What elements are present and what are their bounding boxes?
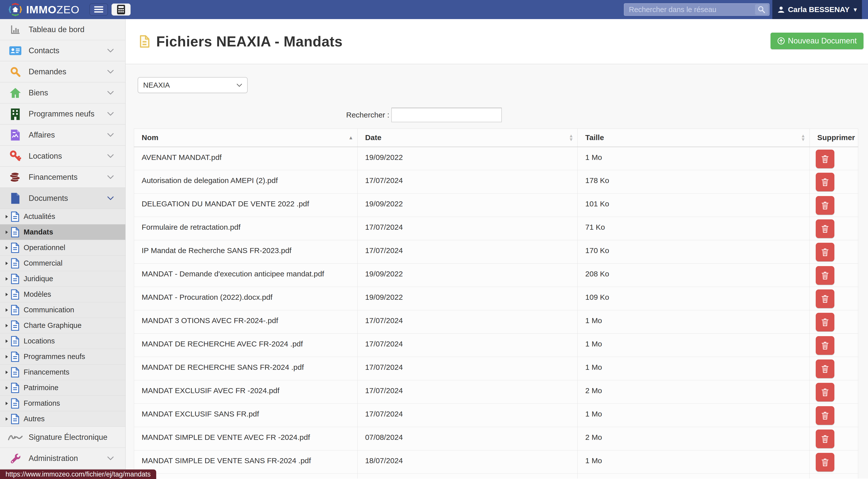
menu-toggle-button[interactable]	[89, 3, 108, 15]
file-date-cell: 17/07/2024	[358, 333, 578, 357]
file-name-cell: Autorisation de delegation AMEPI (2).pdf	[134, 170, 358, 194]
submenu-item-label: Mandats	[24, 228, 53, 236]
submenu-item-label: Modèles	[24, 290, 51, 298]
table-row: IP Mandat de Recherche SANS FR-2023.pdf1…	[134, 240, 858, 264]
sidebar-item-signature-electronique[interactable]: Signature Électronique	[0, 427, 125, 448]
delete-button[interactable]	[816, 289, 834, 308]
submenu-item-commercial[interactable]: Commercial	[0, 256, 125, 271]
submenu-item-operationnel[interactable]: Operationnel	[0, 240, 125, 256]
sidebar-item-locations[interactable]: Locations	[0, 146, 125, 167]
table-row: DELEGATION DU MANDAT DE VENTE 2022 .pdf1…	[134, 194, 858, 217]
caret-right-icon	[4, 308, 9, 312]
table-search-label: Rechercher :	[346, 111, 389, 119]
delete-button[interactable]	[816, 406, 834, 425]
sidebar-item-tableau-de-bord[interactable]: Tableau de bord	[0, 19, 125, 40]
table-search-input[interactable]	[391, 108, 502, 122]
delete-button[interactable]	[816, 219, 834, 238]
column-header-nom[interactable]: Nom▲	[134, 129, 358, 147]
caret-down-icon: ▾	[854, 6, 857, 13]
doc-outline-icon	[9, 367, 21, 378]
submenu-item-patrimoine[interactable]: Patrimoine	[0, 380, 125, 396]
network-search-input[interactable]	[624, 4, 755, 15]
sidebar-item-documents[interactable]: Documents	[0, 188, 125, 209]
table-row: MANDAT DE RECHERCHE AVEC FR-2024 .pdf17/…	[134, 333, 858, 357]
caret-right-icon	[4, 292, 9, 296]
submenu-item-programmes-neufs[interactable]: Programmes neufs	[0, 349, 125, 364]
doc-outline-icon	[9, 383, 21, 393]
sidebar-item-label: Locations	[29, 152, 103, 161]
trash-icon	[821, 411, 829, 420]
submenu-item-locations[interactable]: Locations	[0, 333, 125, 349]
brand-wordmark: IMMOZEO	[26, 3, 80, 16]
submenu-item-label: Programmes neufs	[24, 352, 85, 361]
submenu-item-modeles[interactable]: Modèles	[0, 287, 125, 302]
delete-button[interactable]	[816, 359, 834, 378]
sidebar-item-affaires[interactable]: Affaires	[0, 125, 125, 146]
sidebar-item-administration[interactable]: Administration	[0, 448, 125, 469]
submenu-item-label: Commercial	[24, 259, 63, 267]
delete-button[interactable]	[816, 429, 834, 448]
delete-button[interactable]	[816, 313, 834, 331]
new-document-button[interactable]: Nouveau Document	[771, 33, 864, 49]
submenu-item-actualites[interactable]: Actualités	[0, 209, 125, 224]
table-search-group: Rechercher :	[134, 107, 502, 123]
user-menu[interactable]: Carla BESSENAY ▾	[772, 0, 862, 19]
delete-button[interactable]	[816, 196, 834, 215]
trash-icon	[821, 271, 829, 280]
sidebar-item-label: Programmes neufs	[29, 109, 103, 119]
sidebar-item-financements[interactable]: Financements	[0, 167, 125, 188]
sidebar-nav: Tableau de bordContactsDemandesBiensProg…	[0, 19, 126, 479]
network-search	[624, 3, 770, 16]
submenu-item-financements[interactable]: Financements	[0, 364, 125, 380]
search-icon[interactable]	[755, 4, 768, 15]
submenu-item-communication[interactable]: Communication	[0, 302, 125, 318]
column-header-taille[interactable]: Taille▲▼	[578, 129, 810, 147]
table-row: MANDAT DE RECHERCHE SANS FR-2024 .pdf17/…	[134, 357, 858, 380]
delete-button[interactable]	[816, 243, 834, 261]
sidebar-item-label: Contacts	[29, 46, 103, 55]
agency-select-value: NEAXIA	[143, 81, 170, 89]
submenu-item-formations[interactable]: Formations	[0, 396, 125, 411]
column-label: Nom	[142, 133, 158, 141]
file-name-cell: MANDAT 3 OTIONS AVEC FR-2024-.pdf	[134, 310, 358, 333]
delete-button[interactable]	[816, 150, 834, 168]
sidebar-item-contacts[interactable]: Contacts	[0, 40, 125, 61]
file-date-cell: 19/09/2022	[358, 147, 578, 170]
agency-select[interactable]: NEAXIA	[137, 77, 248, 93]
submenu-item-juridique[interactable]: Juridique	[0, 271, 125, 287]
column-header-supprimer: Supprimer	[809, 129, 858, 147]
empty-cell	[134, 474, 358, 479]
delete-button[interactable]	[816, 266, 834, 285]
caret-right-icon	[4, 230, 9, 234]
file-size-cell: 1 Mo	[578, 450, 810, 474]
file-name-cell: MANDAT DE RECHERCHE AVEC FR-2024 .pdf	[134, 333, 358, 357]
calculator-button[interactable]	[112, 3, 131, 15]
table-row: AVENANT MANDAT.pdf19/09/20221 Mo	[134, 147, 858, 170]
page-header: Fichiers NEAXIA - Mandats Nouveau Docume…	[126, 19, 868, 64]
delete-button[interactable]	[816, 336, 834, 355]
sidebar-item-biens[interactable]: Biens	[0, 82, 125, 103]
chevron-down-icon	[103, 112, 118, 116]
delete-cell	[809, 217, 858, 240]
file-size-cell: 2 Mo	[578, 380, 810, 404]
delete-button[interactable]	[816, 453, 834, 472]
file-size-cell: 1 Mo	[578, 357, 810, 380]
files-table-body: AVENANT MANDAT.pdf19/09/20221 MoAutorisa…	[134, 147, 858, 479]
doc-outline-icon	[9, 258, 21, 268]
file-name-cell: MANDAT - Demande d'execution anticipee m…	[134, 264, 358, 287]
upload-circle-icon	[777, 37, 785, 45]
submenu-item-charte-graphique[interactable]: Charte Graphique	[0, 318, 125, 333]
submenu-item-autres[interactable]: Autres	[0, 411, 125, 427]
delete-button[interactable]	[816, 173, 834, 191]
submenu-item-mandats[interactable]: Mandats	[0, 224, 125, 240]
column-header-date[interactable]: Date▲▼	[358, 129, 578, 147]
file-date-cell: 19/09/2022	[358, 194, 578, 217]
delete-cell	[809, 287, 858, 310]
delete-button[interactable]	[816, 383, 834, 402]
sidebar-item-programmes-neufs[interactable]: Programmes neufs	[0, 103, 125, 125]
table-row: MANDAT SIMPLE DE VENTE SANS FR-2024 .pdf…	[134, 450, 858, 474]
doc-outline-icon	[9, 212, 21, 222]
chevron-down-icon	[237, 84, 242, 87]
file-date-cell: 07/08/2024	[358, 427, 578, 450]
sidebar-item-demandes[interactable]: Demandes	[0, 61, 125, 82]
